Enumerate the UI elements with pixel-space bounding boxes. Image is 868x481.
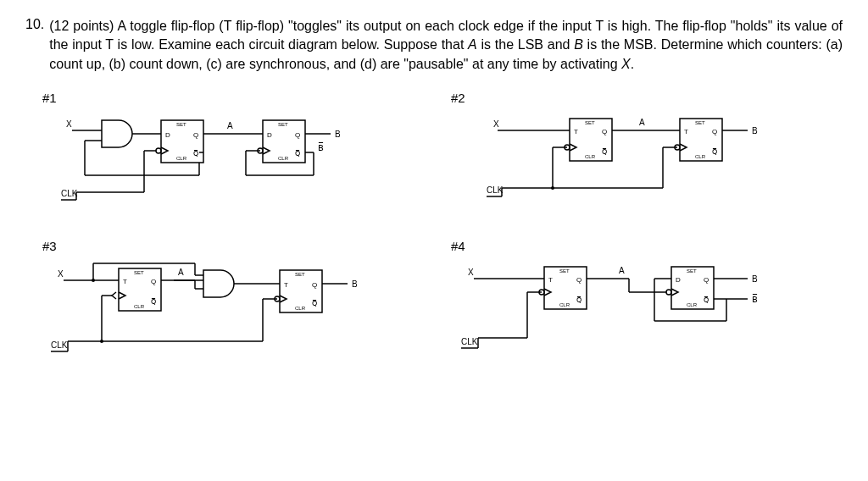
svg-text:A: A (178, 268, 184, 277)
svg-text:B: B (352, 279, 358, 289)
svg-text:CLR: CLR (134, 304, 145, 309)
svg-text:SET: SET (585, 120, 595, 125)
svg-text:CLR: CLR (278, 156, 289, 161)
svg-text:CLK: CLK (461, 337, 478, 346)
var-A: A (468, 37, 477, 52)
circuits-grid: #1 X D SET Q CLR Q̅ (25, 91, 843, 362)
svg-point-75 (92, 279, 95, 282)
svg-text:T: T (284, 281, 288, 289)
svg-text:A: A (639, 118, 645, 127)
circuit-1: #1 X D SET Q CLR Q̅ (42, 91, 434, 213)
circuit-2: #2 X T SET Q CLR Q̅ A T SET Q CLR Q̅ (451, 91, 843, 213)
svg-text:Q̅: Q̅ (193, 150, 198, 158)
svg-text:CLK: CLK (51, 340, 68, 350)
svg-text:X: X (58, 269, 64, 279)
svg-text:SET: SET (278, 122, 288, 127)
circuit-1-label: #1 (42, 91, 434, 105)
svg-text:A: A (619, 266, 625, 275)
svg-text:Q: Q (295, 131, 300, 139)
svg-text:D: D (165, 131, 170, 139)
svg-text:B̅: B̅ (752, 294, 758, 304)
circuit-4-diagram: X T SET Q CLR Q̅ A D SET Q CLR Q̅ (451, 260, 824, 362)
svg-text:SET: SET (695, 120, 705, 125)
svg-text:B: B (752, 126, 758, 135)
circuit-2-label: #2 (451, 91, 843, 105)
svg-text:X: X (493, 119, 499, 129)
svg-text:D: D (676, 276, 681, 284)
question-number: 10. (25, 17, 49, 74)
svg-text:Q: Q (602, 128, 607, 135)
svg-point-114 (666, 290, 671, 295)
svg-text:CLR: CLR (559, 302, 570, 307)
clk-label: CLK (61, 189, 78, 198)
circuit-1-diagram: X D SET Q CLR Q̅ A (42, 112, 415, 213)
svg-text:CLR: CLR (176, 156, 187, 161)
svg-text:Q̅: Q̅ (295, 150, 300, 158)
svg-point-60 (551, 186, 554, 190)
svg-text:Q: Q (704, 276, 709, 284)
svg-text:CLR: CLR (585, 154, 596, 159)
svg-text:Q: Q (193, 131, 198, 139)
svg-text:T: T (123, 278, 127, 285)
points: (12 points) (49, 19, 114, 33)
text-d: . (631, 57, 634, 71)
svg-text:CLR: CLR (295, 306, 306, 311)
svg-text:Q̅: Q̅ (576, 296, 581, 304)
svg-text:CLR: CLR (687, 302, 698, 307)
svg-point-95 (100, 340, 103, 343)
circuit-3-diagram: X T SET Q CLR Q̅ A (42, 260, 415, 362)
svg-text:A: A (227, 121, 233, 130)
var-B: B (574, 37, 583, 52)
svg-text:SET: SET (176, 122, 186, 127)
svg-text:SET: SET (687, 268, 697, 274)
svg-text:Q: Q (576, 276, 581, 284)
svg-text:CLR: CLR (695, 154, 706, 159)
svg-text:D: D (267, 131, 272, 139)
x-label: X (66, 119, 72, 129)
svg-text:Q: Q (312, 281, 317, 289)
svg-text:Q̅: Q̅ (602, 148, 607, 156)
question-block: 10. (12 points) A toggle flip-flop (T fl… (25, 17, 843, 74)
svg-text:Q̅: Q̅ (712, 148, 717, 156)
svg-text:B: B (335, 130, 341, 139)
svg-point-12 (156, 148, 161, 153)
circuit-3-label: #3 (42, 239, 434, 253)
svg-text:B: B (752, 274, 758, 284)
svg-text:SET: SET (295, 272, 305, 277)
svg-text:Q̅: Q̅ (151, 298, 156, 306)
circuit-3: #3 X T SET Q CLR Q̅ A (42, 239, 434, 362)
svg-text:Q̅: Q̅ (704, 296, 709, 304)
svg-text:SET: SET (559, 268, 570, 274)
text-b: is the LSB and (477, 37, 574, 52)
svg-text:Q̅: Q̅ (312, 300, 317, 307)
svg-text:T: T (684, 128, 688, 135)
var-X: X (621, 57, 631, 71)
svg-text:X: X (468, 268, 474, 277)
svg-text:T: T (548, 276, 553, 284)
question-body: (12 points) A toggle flip-flop (T flip-f… (49, 17, 843, 74)
circuit-4-label: #4 (451, 239, 843, 253)
svg-text:Q: Q (151, 278, 156, 285)
svg-text:B̅: B̅ (318, 142, 324, 152)
circuit-4: #4 X T SET Q CLR Q̅ A D SET Q CLR (451, 239, 843, 362)
svg-text:Q: Q (712, 128, 717, 135)
circuit-2-diagram: X T SET Q CLR Q̅ A T SET Q CLR Q̅ (451, 112, 824, 213)
svg-text:CLK: CLK (487, 185, 504, 195)
svg-text:T: T (574, 128, 578, 135)
svg-text:SET: SET (134, 270, 144, 275)
